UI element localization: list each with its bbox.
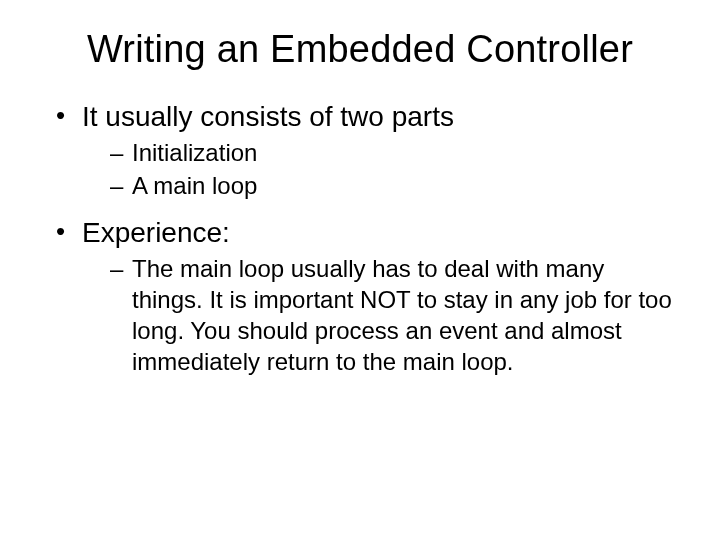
- list-item-text: The main loop usually has to deal with m…: [132, 255, 672, 374]
- list-item: Initialization: [110, 138, 672, 169]
- list-item-text: It usually consists of two parts: [82, 101, 454, 132]
- slide-title: Writing an Embedded Controller: [48, 28, 672, 71]
- list-item: The main loop usually has to deal with m…: [110, 254, 672, 377]
- list-item: A main loop: [110, 171, 672, 202]
- list-item: It usually consists of two parts Initial…: [56, 99, 672, 201]
- slide: Writing an Embedded Controller It usuall…: [0, 0, 720, 540]
- sub-list: Initialization A main loop: [82, 138, 672, 201]
- list-item: Experience: The main loop usually has to…: [56, 215, 672, 377]
- list-item-text: Experience:: [82, 217, 230, 248]
- bullet-list: It usually consists of two parts Initial…: [48, 99, 672, 377]
- list-item-text: Initialization: [132, 139, 257, 166]
- sub-list: The main loop usually has to deal with m…: [82, 254, 672, 377]
- list-item-text: A main loop: [132, 172, 257, 199]
